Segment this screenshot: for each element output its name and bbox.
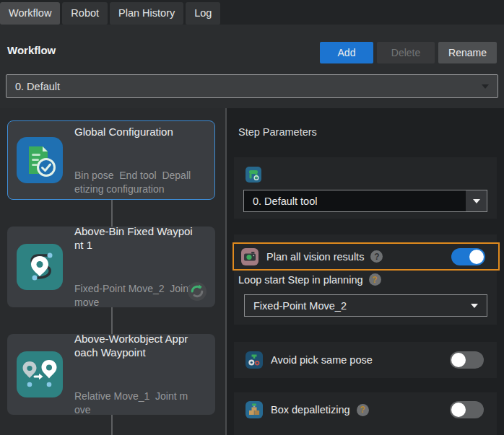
workflow-step-list: Global Configuration Bin pose End tool D…: [0, 108, 225, 435]
box-depalletizing-toggle[interactable]: [450, 401, 484, 418]
rename-button[interactable]: Rename: [438, 42, 497, 63]
loop-start-step-dropdown[interactable]: Fixed-Point Move_2: [244, 294, 487, 317]
step-title: Above-Bin Fixed Waypoint 1: [74, 224, 193, 252]
app-window: Workflow Robot Plan History Log Workflow…: [0, 0, 504, 435]
help-icon[interactable]: ?: [357, 404, 369, 416]
step-title: Global Configuration: [74, 125, 193, 139]
box-depalletizing-label: Box depalletizing: [271, 404, 350, 416]
help-icon[interactable]: ?: [370, 250, 383, 263]
avoid-pick-same-pose-row: Avoid pick same pose: [234, 342, 497, 378]
plan-all-vision-results-toggle[interactable]: [451, 248, 485, 265]
workflow-dropdown-value: 0. Default: [15, 81, 60, 92]
plan-all-vision-results-label: Plan all vision results: [266, 251, 364, 263]
tab-workflow[interactable]: Workflow: [0, 2, 60, 25]
step-title: Above-Workobject Approach Waypoint: [74, 332, 193, 359]
step-subtitle: Relative Move_1 Joint move: [74, 390, 193, 417]
loop-start-step-dropdown-value: Fixed-Point Move_2: [253, 300, 347, 312]
help-icon[interactable]: ?: [369, 273, 381, 286]
step-card-above-workobject-approach-waypoint[interactable]: Above-Workobject Approach Waypoint Relat…: [7, 334, 215, 415]
avoid-pick-same-pose-label: Avoid pick same pose: [271, 354, 373, 366]
loop-start-step-label: Loop start Step in planning: [238, 274, 363, 286]
box-depalletizing-icon: [246, 401, 263, 418]
step-subtitle: Bin pose End tool Depalletizing configur…: [74, 169, 193, 196]
step-parameters-panel: Step Parameters 0. Default tool: [227, 108, 504, 435]
vision-icon: [241, 248, 258, 265]
tab-robot[interactable]: Robot: [62, 2, 108, 25]
end-tool-dropdown-value: 0. Default tool: [253, 195, 317, 207]
step-card-text: Above-Workobject Approach Waypoint Relat…: [74, 306, 193, 435]
avoid-pick-icon: [246, 351, 263, 369]
avoid-pick-same-pose-section: Avoid pick same pose: [234, 342, 497, 378]
add-button[interactable]: Add: [320, 42, 373, 63]
box-depalletizing-row: Box depalletizing ?: [234, 392, 497, 418]
tab-log[interactable]: Log: [186, 2, 220, 25]
page-title: Workflow: [7, 44, 56, 56]
delete-button[interactable]: Delete: [377, 42, 435, 63]
step-card-global-configuration[interactable]: Global Configuration Bin pose End tool D…: [7, 120, 215, 200]
tab-plan-history[interactable]: Plan History: [110, 2, 183, 25]
plan-all-vision-results-row: Plan all vision results ?: [233, 242, 500, 271]
chevron-down-icon: [473, 199, 480, 203]
header-buttons: Add Delete Rename: [320, 42, 497, 63]
step-card-above-bin-fixed-waypoint[interactable]: Above-Bin Fixed Waypoint 1 Fixed-Point M…: [7, 227, 215, 307]
end-tool-icon: [246, 167, 261, 183]
workflow-dropdown[interactable]: 0. Default: [6, 74, 498, 98]
dropdown-caret-box: [466, 190, 487, 211]
chevron-down-icon: [482, 84, 489, 89]
fixed-point-waypoint-icon: [17, 244, 63, 290]
chevron-down-icon: [471, 304, 478, 308]
avoid-pick-same-pose-toggle[interactable]: [450, 351, 484, 369]
panel-title: Step Parameters: [238, 126, 317, 138]
loop-indicator-icon: [187, 281, 207, 302]
end-tool-dropdown[interactable]: 0. Default tool: [243, 190, 487, 212]
global-configuration-icon: [17, 137, 63, 183]
end-tool-section: 0. Default tool: [234, 157, 497, 219]
loop-start-step-row: Loop start Step in planning ?: [238, 273, 381, 286]
tab-bar: Workflow Robot Plan History Log: [0, 0, 504, 25]
box-depalletizing-section: Box depalletizing ?: [234, 392, 497, 435]
relative-move-waypoint-icon: [17, 351, 63, 397]
